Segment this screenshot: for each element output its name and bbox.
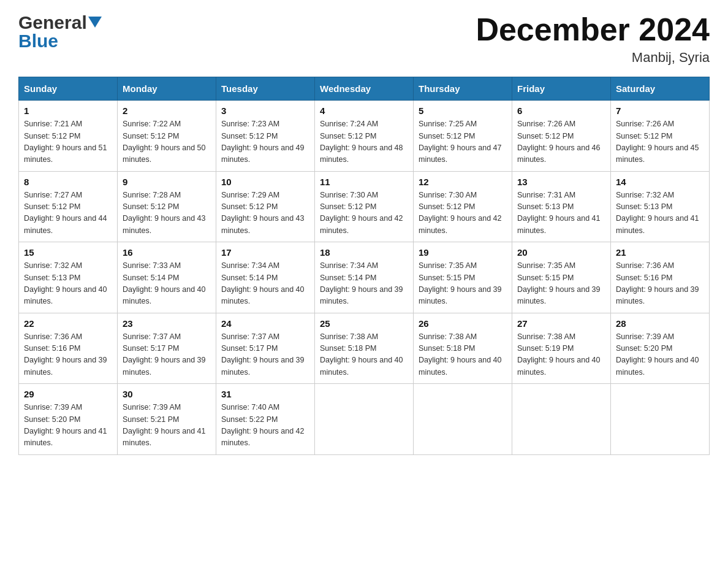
day-number: 6 <box>517 105 605 116</box>
day-info: Sunrise: 7:33 AMSunset: 5:14 PMDaylight:… <box>123 261 206 305</box>
calendar-cell: 25 Sunrise: 7:38 AMSunset: 5:18 PMDaylig… <box>315 313 414 384</box>
day-info: Sunrise: 7:29 AMSunset: 5:12 PMDaylight:… <box>221 191 305 235</box>
svg-marker-0 <box>88 17 102 28</box>
calendar-cell: 20 Sunrise: 7:35 AMSunset: 5:15 PMDaylig… <box>512 242 611 313</box>
calendar-cell: 10 Sunrise: 7:29 AMSunset: 5:12 PMDaylig… <box>216 171 315 242</box>
day-number: 3 <box>221 105 309 116</box>
day-number: 24 <box>221 318 309 329</box>
col-header-saturday: Saturday <box>611 77 710 101</box>
calendar-cell: 11 Sunrise: 7:30 AMSunset: 5:12 PMDaylig… <box>315 171 414 242</box>
calendar-cell: 18 Sunrise: 7:34 AMSunset: 5:14 PMDaylig… <box>315 242 414 313</box>
day-info: Sunrise: 7:30 AMSunset: 5:12 PMDaylight:… <box>419 191 502 235</box>
day-number: 19 <box>419 247 507 258</box>
day-number: 23 <box>123 318 211 329</box>
day-info: Sunrise: 7:37 AMSunset: 5:17 PMDaylight:… <box>123 332 206 377</box>
day-info: Sunrise: 7:30 AMSunset: 5:12 PMDaylight:… <box>320 191 403 235</box>
calendar-cell: 3 Sunrise: 7:23 AMSunset: 5:12 PMDayligh… <box>216 101 315 172</box>
day-info: Sunrise: 7:31 AMSunset: 5:13 PMDaylight:… <box>517 191 601 235</box>
calendar-cell: 24 Sunrise: 7:37 AMSunset: 5:17 PMDaylig… <box>216 313 315 384</box>
calendar-cell: 8 Sunrise: 7:27 AMSunset: 5:12 PMDayligh… <box>19 171 118 242</box>
calendar-table: SundayMondayTuesdayWednesdayThursdayFrid… <box>18 77 710 455</box>
calendar-cell: 6 Sunrise: 7:26 AMSunset: 5:12 PMDayligh… <box>512 101 611 172</box>
day-info: Sunrise: 7:34 AMSunset: 5:14 PMDaylight:… <box>221 261 305 305</box>
day-number: 16 <box>123 247 211 258</box>
calendar-cell: 7 Sunrise: 7:26 AMSunset: 5:12 PMDayligh… <box>611 101 710 172</box>
calendar-cell: 30 Sunrise: 7:39 AMSunset: 5:21 PMDaylig… <box>118 384 216 455</box>
day-number: 12 <box>419 177 507 187</box>
col-header-thursday: Thursday <box>414 77 512 101</box>
page-header: General Blue December 2024 Manbij, Syria <box>18 12 710 66</box>
day-number: 31 <box>221 389 309 399</box>
day-number: 25 <box>320 318 408 329</box>
calendar-cell: 21 Sunrise: 7:36 AMSunset: 5:16 PMDaylig… <box>611 242 710 313</box>
calendar-cell: 1 Sunrise: 7:21 AMSunset: 5:12 PMDayligh… <box>19 101 118 172</box>
day-info: Sunrise: 7:36 AMSunset: 5:16 PMDaylight:… <box>24 332 107 377</box>
day-number: 11 <box>320 177 408 187</box>
day-info: Sunrise: 7:39 AMSunset: 5:20 PMDaylight:… <box>616 332 699 377</box>
day-number: 30 <box>123 389 211 399</box>
day-number: 29 <box>24 389 112 399</box>
day-info: Sunrise: 7:32 AMSunset: 5:13 PMDaylight:… <box>616 191 699 235</box>
calendar-cell: 17 Sunrise: 7:34 AMSunset: 5:14 PMDaylig… <box>216 242 315 313</box>
day-number: 26 <box>419 318 507 329</box>
day-info: Sunrise: 7:38 AMSunset: 5:19 PMDaylight:… <box>517 332 601 377</box>
day-info: Sunrise: 7:25 AMSunset: 5:12 PMDaylight:… <box>419 120 502 164</box>
day-info: Sunrise: 7:23 AMSunset: 5:12 PMDaylight:… <box>221 120 305 164</box>
logo-arrow-icon <box>88 17 102 30</box>
col-header-friday: Friday <box>512 77 611 101</box>
day-info: Sunrise: 7:39 AMSunset: 5:20 PMDaylight:… <box>24 403 107 447</box>
day-info: Sunrise: 7:32 AMSunset: 5:13 PMDaylight:… <box>24 261 107 305</box>
day-number: 1 <box>24 105 112 116</box>
day-info: Sunrise: 7:38 AMSunset: 5:18 PMDaylight:… <box>320 332 403 377</box>
calendar-cell: 23 Sunrise: 7:37 AMSunset: 5:17 PMDaylig… <box>118 313 216 384</box>
logo-blue-text: Blue <box>18 31 58 52</box>
col-header-monday: Monday <box>118 77 216 101</box>
day-number: 27 <box>517 318 605 329</box>
logo: General Blue <box>18 12 102 52</box>
col-header-wednesday: Wednesday <box>315 77 414 101</box>
day-number: 10 <box>221 177 309 187</box>
day-number: 4 <box>320 105 408 116</box>
day-info: Sunrise: 7:35 AMSunset: 5:15 PMDaylight:… <box>517 261 601 305</box>
day-number: 17 <box>221 247 309 258</box>
calendar-header-row: SundayMondayTuesdayWednesdayThursdayFrid… <box>19 77 710 101</box>
day-info: Sunrise: 7:36 AMSunset: 5:16 PMDaylight:… <box>616 261 699 305</box>
month-title: December 2024 <box>476 12 710 47</box>
calendar-cell: 14 Sunrise: 7:32 AMSunset: 5:13 PMDaylig… <box>611 171 710 242</box>
day-info: Sunrise: 7:39 AMSunset: 5:21 PMDaylight:… <box>123 403 206 447</box>
calendar-cell: 15 Sunrise: 7:32 AMSunset: 5:13 PMDaylig… <box>19 242 118 313</box>
calendar-cell: 9 Sunrise: 7:28 AMSunset: 5:12 PMDayligh… <box>118 171 216 242</box>
day-number: 22 <box>24 318 112 329</box>
calendar-cell <box>512 384 611 455</box>
day-info: Sunrise: 7:40 AMSunset: 5:22 PMDaylight:… <box>221 403 305 447</box>
day-info: Sunrise: 7:37 AMSunset: 5:17 PMDaylight:… <box>221 332 305 377</box>
calendar-week-row: 29 Sunrise: 7:39 AMSunset: 5:20 PMDaylig… <box>19 384 710 455</box>
day-info: Sunrise: 7:22 AMSunset: 5:12 PMDaylight:… <box>123 120 206 164</box>
col-header-tuesday: Tuesday <box>216 77 315 101</box>
calendar-cell: 16 Sunrise: 7:33 AMSunset: 5:14 PMDaylig… <box>118 242 216 313</box>
day-number: 5 <box>419 105 507 116</box>
day-info: Sunrise: 7:26 AMSunset: 5:12 PMDaylight:… <box>517 120 601 164</box>
calendar-cell: 27 Sunrise: 7:38 AMSunset: 5:19 PMDaylig… <box>512 313 611 384</box>
title-area: December 2024 Manbij, Syria <box>476 12 710 66</box>
location-text: Manbij, Syria <box>476 50 710 66</box>
calendar-week-row: 22 Sunrise: 7:36 AMSunset: 5:16 PMDaylig… <box>19 313 710 384</box>
calendar-cell <box>611 384 710 455</box>
calendar-cell: 22 Sunrise: 7:36 AMSunset: 5:16 PMDaylig… <box>19 313 118 384</box>
calendar-cell: 12 Sunrise: 7:30 AMSunset: 5:12 PMDaylig… <box>414 171 512 242</box>
calendar-cell: 19 Sunrise: 7:35 AMSunset: 5:15 PMDaylig… <box>414 242 512 313</box>
calendar-cell: 26 Sunrise: 7:38 AMSunset: 5:18 PMDaylig… <box>414 313 512 384</box>
day-number: 21 <box>616 247 704 258</box>
calendar-cell: 5 Sunrise: 7:25 AMSunset: 5:12 PMDayligh… <box>414 101 512 172</box>
day-number: 13 <box>517 177 605 187</box>
day-info: Sunrise: 7:24 AMSunset: 5:12 PMDaylight:… <box>320 120 403 164</box>
calendar-cell: 4 Sunrise: 7:24 AMSunset: 5:12 PMDayligh… <box>315 101 414 172</box>
calendar-cell: 31 Sunrise: 7:40 AMSunset: 5:22 PMDaylig… <box>216 384 315 455</box>
day-info: Sunrise: 7:28 AMSunset: 5:12 PMDaylight:… <box>123 191 206 235</box>
col-header-sunday: Sunday <box>19 77 118 101</box>
calendar-cell: 28 Sunrise: 7:39 AMSunset: 5:20 PMDaylig… <box>611 313 710 384</box>
calendar-week-row: 15 Sunrise: 7:32 AMSunset: 5:13 PMDaylig… <box>19 242 710 313</box>
calendar-cell: 2 Sunrise: 7:22 AMSunset: 5:12 PMDayligh… <box>118 101 216 172</box>
day-number: 8 <box>24 177 112 187</box>
day-number: 14 <box>616 177 704 187</box>
